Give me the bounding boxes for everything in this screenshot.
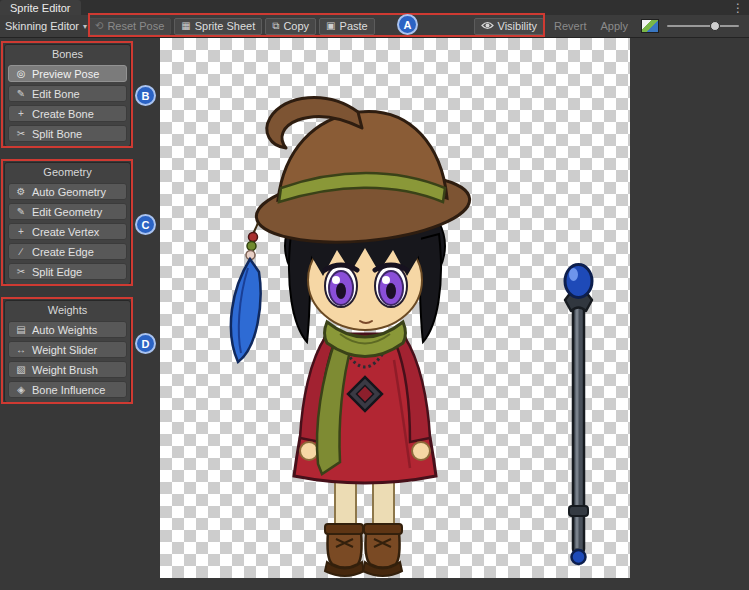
weight-slider-label: Weight Slider: [32, 344, 97, 356]
create-vertex-button[interactable]: + Create Vertex: [8, 223, 127, 240]
apply-button[interactable]: Apply: [600, 20, 628, 32]
edit-bone-icon: ✎: [15, 89, 27, 99]
window-menu-icon[interactable]: ⋮: [732, 0, 744, 15]
auto-weights-icon: ▤: [15, 325, 27, 335]
create-bone-button[interactable]: + Create Bone: [8, 105, 127, 122]
bone-influence-icon: ◈: [15, 385, 27, 395]
slider-knob[interactable]: [710, 21, 720, 31]
preview-pose-button[interactable]: ◎ Preview Pose: [8, 65, 127, 82]
preview-pose-icon: ◎: [15, 69, 27, 79]
create-edge-icon: ∕: [15, 247, 27, 257]
mode-dropdown-label: Skinning Editor: [5, 20, 79, 32]
weight-slider-icon: ↔: [15, 345, 27, 355]
create-vertex-icon: +: [15, 227, 27, 237]
edit-geometry-icon: ✎: [15, 207, 27, 217]
slider-track: [667, 25, 739, 27]
auto-geometry-icon: ⚙: [15, 187, 27, 197]
create-edge-button[interactable]: ∕ Create Edge: [8, 243, 127, 260]
split-edge-icon: ✂: [15, 267, 27, 277]
edit-geometry-label: Edit Geometry: [32, 206, 102, 218]
annotation-badge-c: C: [135, 214, 156, 235]
weight-brush-icon: ▧: [15, 365, 27, 375]
create-bone-icon: +: [15, 109, 27, 119]
weights-panel-title: Weights: [8, 303, 127, 318]
texture-preview-icon[interactable]: [641, 19, 659, 33]
paste-icon: ▣: [326, 21, 335, 31]
sprite-sheet-label: Sprite Sheet: [195, 20, 256, 32]
weight-brush-label: Weight Brush: [32, 364, 98, 376]
bones-panel: Bones ◎ Preview Pose ✎ Edit Bone + Creat…: [4, 44, 131, 147]
edit-bone-label: Edit Bone: [32, 88, 80, 100]
eye-icon: [481, 21, 494, 32]
canvas-art: [160, 38, 630, 578]
sprite-canvas[interactable]: [160, 38, 630, 578]
edit-bone-button[interactable]: ✎ Edit Bone: [8, 85, 127, 102]
titlebar: Sprite Editor ⋮: [0, 0, 749, 15]
bone-influence-button[interactable]: ◈ Bone Influence: [8, 381, 127, 398]
sprite-sheet-icon: ▦: [181, 21, 190, 31]
chevron-down-icon: ▾: [83, 22, 87, 31]
edit-geometry-button[interactable]: ✎ Edit Geometry: [8, 203, 127, 220]
revert-button[interactable]: Revert: [554, 20, 586, 32]
create-vertex-label: Create Vertex: [32, 226, 99, 238]
paste-button[interactable]: ▣ Paste: [319, 18, 375, 35]
geometry-panel-title: Geometry: [8, 165, 127, 180]
split-bone-icon: ✂: [15, 129, 27, 139]
reset-pose-button[interactable]: ⟲ Reset Pose: [88, 18, 171, 35]
tab-title: Sprite Editor: [10, 2, 71, 14]
auto-weights-label: Auto Weights: [32, 324, 97, 336]
staff-sprite: [565, 265, 592, 565]
split-edge-label: Split Edge: [32, 266, 82, 278]
auto-weights-button[interactable]: ▤ Auto Weights: [8, 321, 127, 338]
reset-pose-icon: ⟲: [95, 21, 103, 31]
bone-influence-label: Bone Influence: [32, 384, 105, 396]
annotation-badge-d: D: [135, 333, 156, 354]
copy-button[interactable]: ⧉ Copy: [265, 18, 316, 35]
mode-dropdown[interactable]: Skinning Editor ▾: [5, 20, 88, 32]
weight-slider-button[interactable]: ↔ Weight Slider: [8, 341, 127, 358]
sprite-editor-tab[interactable]: Sprite Editor: [0, 0, 81, 15]
split-bone-label: Split Bone: [32, 128, 82, 140]
character-sprite: [231, 98, 473, 576]
overlay-opacity-slider[interactable]: [667, 19, 739, 33]
sprite-sheet-button[interactable]: ▦ Sprite Sheet: [174, 18, 262, 35]
copy-icon: ⧉: [272, 21, 279, 31]
sprite-editor-window: Sprite Editor ⋮ Skinning Editor ▾ ⟲ Rese…: [0, 0, 749, 590]
visibility-label: Visibility: [498, 20, 538, 32]
split-bone-button[interactable]: ✂ Split Bone: [8, 125, 127, 142]
annotation-badge-b: B: [135, 85, 156, 106]
geometry-panel: Geometry ⚙ Auto Geometry ✎ Edit Geometry…: [4, 162, 131, 285]
copy-label: Copy: [283, 20, 309, 32]
split-edge-button[interactable]: ✂ Split Edge: [8, 263, 127, 280]
create-bone-label: Create Bone: [32, 108, 94, 120]
auto-geometry-label: Auto Geometry: [32, 186, 106, 198]
bones-panel-title: Bones: [8, 47, 127, 62]
weights-panel: Weights ▤ Auto Weights ↔ Weight Slider ▧…: [4, 300, 131, 403]
toolbar: Skinning Editor ▾ ⟲ Reset Pose ▦ Sprite …: [0, 15, 749, 38]
weight-brush-button[interactable]: ▧ Weight Brush: [8, 361, 127, 378]
visibility-button[interactable]: Visibility: [474, 18, 545, 35]
paste-label: Paste: [340, 20, 368, 32]
reset-pose-label: Reset Pose: [107, 20, 164, 32]
preview-pose-label: Preview Pose: [32, 68, 99, 80]
auto-geometry-button[interactable]: ⚙ Auto Geometry: [8, 183, 127, 200]
create-edge-label: Create Edge: [32, 246, 94, 258]
